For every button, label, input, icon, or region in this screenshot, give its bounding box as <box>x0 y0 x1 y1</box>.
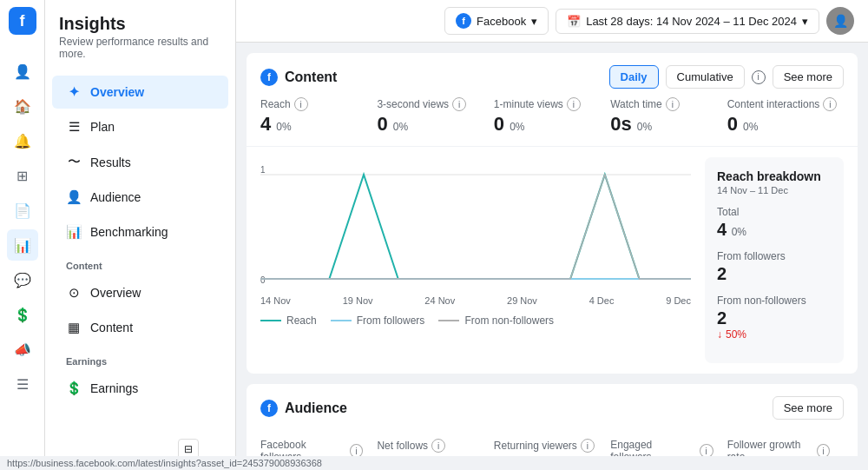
benchmarking-icon: 📊 <box>66 224 82 240</box>
metric-1min-value: 0 0% <box>494 113 610 136</box>
daily-toggle-button[interactable]: Daily <box>609 65 659 89</box>
rb-change-pct: 50% <box>726 328 746 341</box>
icon-rail: f 👤 🏠 🔔 ⊞ 📄 📊 💬 💲 📣 ☰ <box>0 0 45 470</box>
sidebar-label-earnings: Earnings <box>90 381 138 395</box>
content-metrics-row: Reach i 4 0% 3-second views i 0 0% 1-min… <box>247 97 858 147</box>
rail-content-icon[interactable]: 📄 <box>7 195 38 226</box>
earnings-icon: 💲 <box>66 381 82 396</box>
metric-watchtime-value: 0s 0% <box>610 113 727 136</box>
metric-interactions-label: Content interactions <box>727 98 820 110</box>
sidebar-label-content-overview: Overview <box>90 286 141 300</box>
rb-followers-section: From followers 2 <box>717 250 832 284</box>
sidebar-item-plan[interactable]: ☰ Plan <box>52 110 228 143</box>
cumulative-toggle-button[interactable]: Cumulative <box>666 65 745 89</box>
metric-reach-value: 4 0% <box>260 113 377 136</box>
topbar-right: f Facebook ▾ 📅 Last 28 days: 14 Nov 2024… <box>444 7 854 35</box>
content-title-group: f Content <box>260 69 337 86</box>
main-content: f Facebook ▾ 📅 Last 28 days: 14 Nov 2024… <box>236 0 868 470</box>
aud-returning-label: Returning viewers <box>494 440 577 452</box>
content-info-icon[interactable]: i <box>752 70 766 84</box>
rb-total-pct: 0% <box>732 226 746 238</box>
content-section-header: f Content Daily Cumulative i See more <box>247 53 858 97</box>
rail-notification-icon[interactable]: 🔔 <box>7 125 38 156</box>
returning-info-icon[interactable]: i <box>581 439 595 453</box>
audience-section-title: Audience <box>285 400 347 416</box>
watchtime-info-icon[interactable]: i <box>666 97 680 111</box>
content-content-icon: ▦ <box>66 320 82 335</box>
platform-selector[interactable]: f Facebook ▾ <box>444 7 549 35</box>
sidebar-item-benchmarking[interactable]: 📊 Benchmarking <box>52 215 228 248</box>
audience-fb-icon: f <box>260 400 278 417</box>
sidebar-item-overview[interactable]: ✦ Overview <box>52 76 228 109</box>
metric-reach: Reach i 4 0% <box>260 97 377 136</box>
chart-svg: 1 0 <box>260 157 691 296</box>
metric-3sec-value: 0 0% <box>377 113 493 136</box>
rb-followers-label: From followers <box>717 250 832 262</box>
legend-followers-line <box>331 320 352 321</box>
metric-1min-pct: 0% <box>510 121 524 133</box>
fb-icon-topbar: f <box>456 13 471 29</box>
sidebar-label-overview: Overview <box>90 85 144 99</box>
sidebar-item-content-content[interactable]: ▦ Content <box>52 311 228 344</box>
date-range-label: Last 28 days: 14 Nov 2024 – 11 Dec 2024 <box>586 15 797 28</box>
audience-title-group: f Audience <box>260 400 347 417</box>
content-card: f Content Daily Cumulative i See more Re… <box>247 53 858 374</box>
rail-menu-icon[interactable]: ☰ <box>7 368 38 400</box>
reach-breakdown-panel: Reach breakdown 14 Nov – 11 Dec Total 4 … <box>705 157 844 363</box>
legend-reach: Reach <box>260 314 317 327</box>
sidebar-item-audience[interactable]: 👤 Audience <box>52 181 228 214</box>
content-section-label: Content <box>45 250 235 275</box>
rb-non-followers-section: From non-followers 2 ↓ 50% <box>717 295 832 341</box>
legend-reach-line <box>260 320 281 321</box>
metric-reach-pct: 0% <box>276 121 291 133</box>
interactions-info-icon[interactable]: i <box>823 97 837 111</box>
user-avatar[interactable]: 👤 <box>826 7 854 35</box>
legend-non-followers-label: From non-followers <box>464 314 554 327</box>
app-logo: f <box>9 7 36 35</box>
x-label-1: 19 Nov <box>343 295 373 306</box>
metric-watchtime-pct: 0% <box>637 121 652 133</box>
sidebar-item-earnings[interactable]: 💲 Earnings <box>52 372 228 405</box>
content-section-title: Content <box>285 70 337 85</box>
down-arrow-icon: ↓ <box>717 328 722 341</box>
chart-x-labels: 14 Nov 19 Nov 24 Nov 29 Nov 4 Dec 9 Dec <box>260 295 691 306</box>
rail-home-icon[interactable]: 🏠 <box>7 90 38 122</box>
rb-date: 14 Nov – 11 Dec <box>717 185 832 195</box>
3sec-info-icon[interactable]: i <box>452 97 466 111</box>
metric-interactions-value: 0 0% <box>727 113 844 136</box>
content-overview-icon: ⊙ <box>66 285 82 301</box>
rb-non-followers-value: 2 <box>717 308 832 328</box>
topbar: f Facebook ▾ 📅 Last 28 days: 14 Nov 2024… <box>236 0 868 43</box>
rail-messages-icon[interactable]: 💬 <box>7 264 38 295</box>
reach-info-icon[interactable]: i <box>294 97 308 111</box>
date-range-selector[interactable]: 📅 Last 28 days: 14 Nov 2024 – 11 Dec 202… <box>556 9 819 34</box>
metric-watchtime: Watch time i 0s 0% <box>610 97 727 136</box>
rail-money-icon[interactable]: 💲 <box>7 299 38 330</box>
chart-main: 1 0 14 Nov 19 Nov 24 Nov 29 Nov 4 Dec <box>260 157 691 363</box>
sidebar-title: Insights <box>59 14 221 34</box>
sidebar-label-results: Results <box>90 156 131 169</box>
rail-profile-icon[interactable]: 👤 <box>7 56 38 87</box>
sidebar-item-results[interactable]: 〜 Results <box>52 145 228 179</box>
date-chevron-icon: ▾ <box>802 15 808 28</box>
rail-insights-icon[interactable]: 📊 <box>7 229 38 261</box>
metric-3sec: 3-second views i 0 0% <box>377 97 493 136</box>
sidebar-label-benchmarking: Benchmarking <box>90 225 168 239</box>
aud-net-follows-label: Net follows <box>377 440 428 452</box>
chart-area: 1 0 14 Nov 19 Nov 24 Nov 29 Nov 4 Dec <box>247 147 858 374</box>
net-follows-info-icon[interactable]: i <box>431 439 445 453</box>
sidebar-header: Insights Review performance results and … <box>45 0 235 74</box>
rail-grid-icon[interactable]: ⊞ <box>7 160 38 191</box>
metric-reach-label: Reach <box>260 98 291 110</box>
metric-3sec-pct: 0% <box>393 121 408 133</box>
rb-total-label: Total <box>717 206 832 218</box>
1min-info-icon[interactable]: i <box>567 97 581 111</box>
rail-megaphone-icon[interactable]: 📣 <box>7 334 38 365</box>
rb-non-followers-label: From non-followers <box>717 295 832 307</box>
status-url: https://business.facebook.com/latest/ins… <box>7 458 322 468</box>
sidebar-label-content-content: Content <box>90 321 133 334</box>
audience-see-more-button[interactable]: See more <box>773 396 844 420</box>
plan-icon: ☰ <box>66 119 82 135</box>
sidebar-item-content-overview[interactable]: ⊙ Overview <box>52 276 228 309</box>
content-see-more-button[interactable]: See more <box>773 65 844 89</box>
